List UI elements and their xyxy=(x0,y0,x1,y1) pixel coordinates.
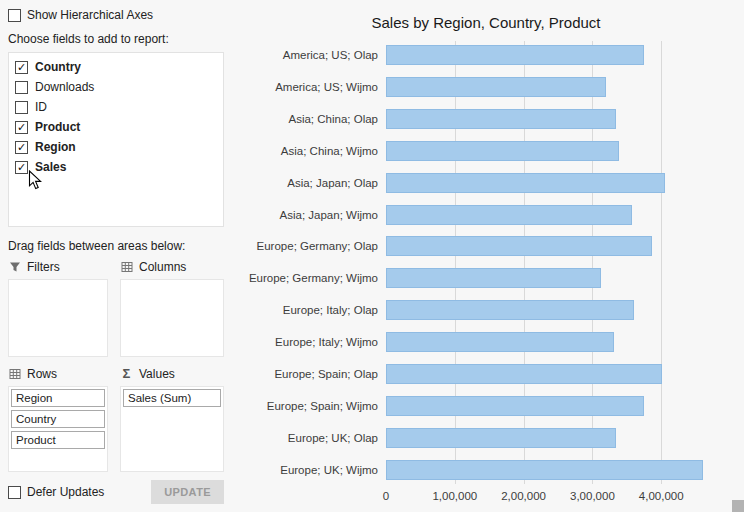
field-checkbox[interactable]: ✓ xyxy=(15,141,28,154)
sales-chart: Sales by Region, Country, Product Americ… xyxy=(232,0,744,512)
category-label: Asia; Japan; Olap xyxy=(236,177,386,189)
chart-row: Europe; Germany; Olap xyxy=(236,231,736,263)
hierarchical-axes-checkbox[interactable] xyxy=(8,9,21,22)
bar-track xyxy=(386,109,730,129)
bar-track xyxy=(386,396,730,416)
bar-track xyxy=(386,173,730,193)
chart-row: Asia; Japan; Olap xyxy=(236,167,736,199)
grid-icon xyxy=(8,368,21,380)
hierarchical-axes-label: Show Hierarchical Axes xyxy=(27,8,153,22)
field-checkbox[interactable] xyxy=(15,81,28,94)
columns-drop-zone[interactable] xyxy=(120,279,224,357)
bar-track xyxy=(386,77,730,97)
bar xyxy=(386,77,606,97)
defer-updates-checkbox[interactable] xyxy=(8,486,21,499)
rows-header: Rows xyxy=(8,366,108,381)
bar xyxy=(386,109,616,129)
chart-row: Europe; Spain; Wijmo xyxy=(236,390,736,422)
update-button[interactable]: UPDATE xyxy=(151,480,224,504)
defer-updates-row[interactable]: Defer Updates xyxy=(8,485,104,499)
defer-updates-label: Defer Updates xyxy=(27,485,104,499)
category-label: Europe; Italy; Wijmo xyxy=(236,336,386,348)
field-chip-country[interactable]: Country xyxy=(11,410,105,428)
category-label: Europe; Spain; Wijmo xyxy=(236,400,386,412)
category-label: Europe; UK; Wijmo xyxy=(236,464,386,476)
x-tick-label: 0 xyxy=(383,490,389,502)
drag-fields-label: Drag fields between areas below: xyxy=(8,239,224,253)
x-axis: 01,00,0002,00,0003,00,0004,00,000 xyxy=(386,486,730,506)
bar xyxy=(386,173,665,193)
field-label: Sales xyxy=(35,160,66,174)
chart-row: Europe; UK; Olap xyxy=(236,422,736,454)
bar xyxy=(386,141,619,161)
field-chip-product[interactable]: Product xyxy=(11,431,105,449)
field-item-region[interactable]: ✓Region xyxy=(15,137,217,157)
bar xyxy=(386,205,632,225)
field-item-product[interactable]: ✓Product xyxy=(15,117,217,137)
grid-icon xyxy=(120,261,133,273)
hierarchical-axes-row[interactable]: Show Hierarchical Axes xyxy=(8,8,224,22)
field-item-downloads[interactable]: Downloads xyxy=(15,77,217,97)
chart-row: Europe; UK; Wijmo xyxy=(236,454,736,486)
bar-track xyxy=(386,141,730,161)
bar xyxy=(386,268,601,288)
filters-header: Filters xyxy=(8,259,108,274)
chart-row: Europe; Germany; Wijmo xyxy=(236,262,736,294)
pivot-app: Show Hierarchical Axes Choose fields to … xyxy=(0,0,744,512)
category-label: Europe; Germany; Wijmo xyxy=(236,272,386,284)
columns-area: Columns xyxy=(120,259,224,357)
rows-area: Rows RegionCountryProduct xyxy=(8,366,108,472)
bar xyxy=(386,45,644,65)
bar-track xyxy=(386,364,730,384)
x-tick-label: 3,00,000 xyxy=(570,490,615,502)
rows-drop-zone[interactable]: RegionCountryProduct xyxy=(8,386,108,472)
category-label: America; US; Olap xyxy=(236,49,386,61)
chart-row: Asia; China; Wijmo xyxy=(236,135,736,167)
values-drop-zone[interactable]: Sales (Sum) xyxy=(120,386,224,472)
bar xyxy=(386,396,644,416)
chart-title: Sales by Region, Country, Product xyxy=(236,14,736,31)
bar-track xyxy=(386,205,730,225)
field-label: Downloads xyxy=(35,80,94,94)
chart-row: Europe; Spain; Olap xyxy=(236,358,736,390)
category-label: Europe; Spain; Olap xyxy=(236,368,386,380)
category-label: Asia; China; Olap xyxy=(236,113,386,125)
bar xyxy=(386,332,614,352)
chart-rows: America; US; OlapAmerica; US; WijmoAsia;… xyxy=(236,39,736,486)
filter-icon xyxy=(8,261,21,273)
chart-row: Europe; Italy; Wijmo xyxy=(236,326,736,358)
bar xyxy=(386,460,703,480)
scroll-corner xyxy=(732,500,744,512)
bar-track xyxy=(386,236,730,256)
filters-label: Filters xyxy=(27,260,60,274)
field-item-id[interactable]: ID xyxy=(15,97,217,117)
category-label: America; US; Wijmo xyxy=(236,81,386,93)
filters-drop-zone[interactable] xyxy=(8,279,108,357)
field-item-sales[interactable]: ✓Sales xyxy=(15,157,217,177)
field-chip-region[interactable]: Region xyxy=(11,389,105,407)
bar-track xyxy=(386,45,730,65)
chart-row: Asia; Japan; Wijmo xyxy=(236,199,736,231)
choose-fields-label: Choose fields to add to report: xyxy=(8,32,224,46)
columns-label: Columns xyxy=(139,260,186,274)
field-list[interactable]: ✓CountryDownloadsID✓Product✓Region✓Sales xyxy=(8,52,224,227)
field-label: Region xyxy=(35,140,76,154)
columns-header: Columns xyxy=(120,259,224,274)
field-label: Country xyxy=(35,60,81,74)
field-checkbox[interactable]: ✓ xyxy=(15,121,28,134)
values-area: Σ Values Sales (Sum) xyxy=(120,366,224,472)
bar-track xyxy=(386,460,730,480)
field-checkbox[interactable]: ✓ xyxy=(15,161,28,174)
rows-label: Rows xyxy=(27,367,57,381)
bar xyxy=(386,428,616,448)
field-item-country[interactable]: ✓Country xyxy=(15,57,217,77)
field-checkbox[interactable] xyxy=(15,101,28,114)
bar-track xyxy=(386,332,730,352)
bar xyxy=(386,236,652,256)
field-checkbox[interactable]: ✓ xyxy=(15,61,28,74)
chart-row: Europe; Italy; Olap xyxy=(236,294,736,326)
bar-track xyxy=(386,428,730,448)
field-label: Product xyxy=(35,120,80,134)
x-tick-label: 2,00,000 xyxy=(501,490,546,502)
field-chip-sales-sum[interactable]: Sales (Sum) xyxy=(123,389,221,407)
